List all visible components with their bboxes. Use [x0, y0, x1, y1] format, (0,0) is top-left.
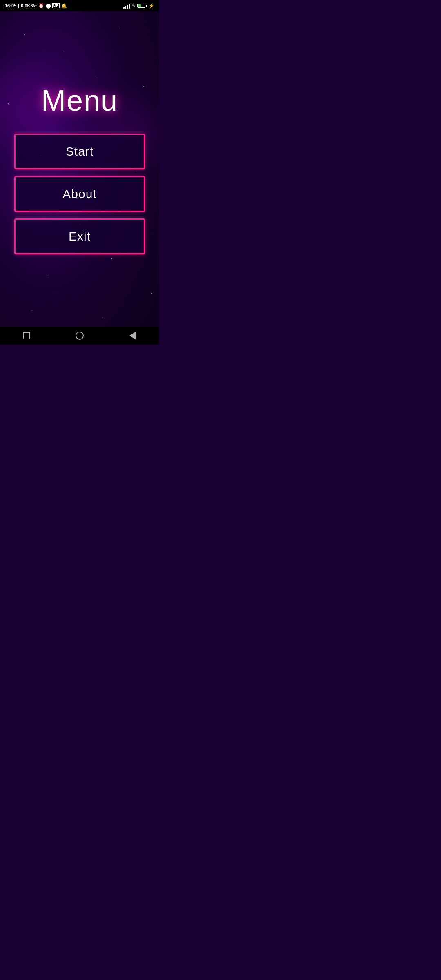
vpn-icon: ⬤ — [46, 3, 51, 9]
signal-bar-3 — [127, 5, 128, 9]
about-button[interactable]: About — [14, 176, 145, 212]
signal-bar-2 — [125, 6, 126, 9]
signal-bar-1 — [123, 7, 125, 9]
battery-tip — [146, 5, 147, 7]
nav-home-button[interactable] — [72, 328, 87, 343]
nav-square-button[interactable] — [19, 328, 34, 343]
time: 16:05 — [5, 3, 16, 8]
square-icon — [23, 332, 30, 339]
exit-button[interactable]: Exit — [14, 218, 145, 254]
main-content: Menu Start About Exit — [0, 11, 159, 327]
nav-bar — [0, 327, 159, 345]
menu-buttons: Start About Exit — [14, 134, 145, 254]
signal-bars — [123, 3, 130, 9]
data-speed: 0,0K6/c — [21, 3, 37, 8]
menu-title: Menu — [41, 84, 118, 117]
signal-bar-4 — [129, 4, 130, 9]
separator: | — [18, 3, 19, 8]
status-left: 16:05 | 0,0K6/c ⏰ ⬤ MR 🔔 — [5, 3, 67, 9]
start-button[interactable]: Start — [14, 134, 145, 169]
charging-icon: ⚡ — [149, 3, 154, 9]
wifi-icon: ∿ — [131, 3, 136, 9]
status-right: ∿ ⚡ — [123, 3, 155, 9]
circle-icon — [76, 332, 84, 340]
notification-icon: 🔔 — [61, 3, 67, 9]
nav-back-button[interactable] — [125, 328, 140, 343]
alarm-icon: ⏰ — [38, 3, 44, 9]
status-bar: 16:05 | 0,0K6/c ⏰ ⬤ MR 🔔 ∿ ⚡ — [0, 0, 159, 11]
battery-fill — [138, 4, 141, 7]
mr-icon: MR — [52, 3, 60, 8]
back-icon — [129, 332, 136, 340]
battery-icon — [137, 4, 147, 8]
